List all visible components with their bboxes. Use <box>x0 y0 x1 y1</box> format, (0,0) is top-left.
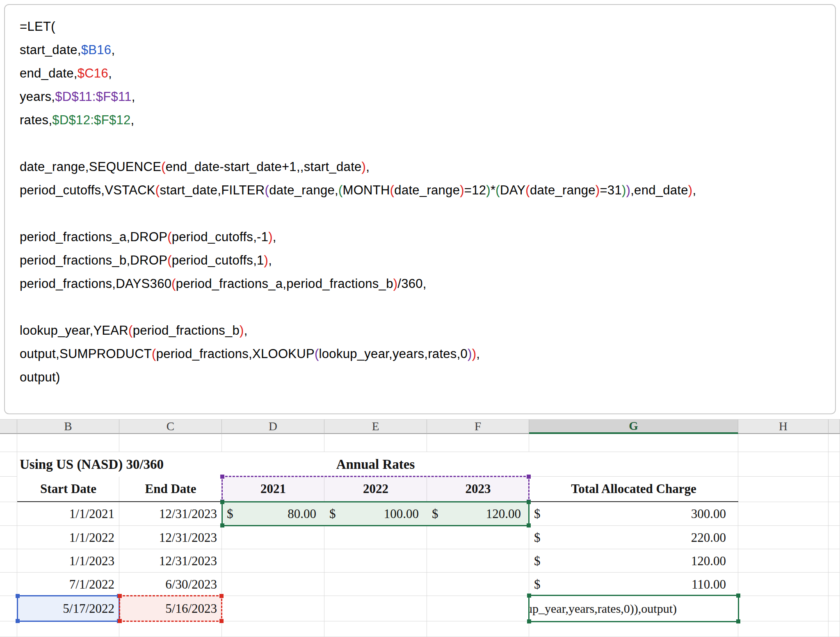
fill-handle[interactable] <box>220 500 224 504</box>
grid-cell[interactable] <box>829 526 840 549</box>
grid-cell[interactable] <box>427 596 529 621</box>
grid-cell[interactable] <box>0 477 17 502</box>
fill-handle[interactable] <box>736 594 740 598</box>
grid-cell[interactable] <box>222 573 324 596</box>
grid-cell[interactable] <box>0 573 17 596</box>
header-year-2021[interactable]: 2021 <box>222 477 324 502</box>
grid-cell[interactable] <box>738 526 829 549</box>
grid-cell[interactable] <box>738 434 829 452</box>
grid-cell[interactable] <box>829 549 840 573</box>
formula-line[interactable]: period_cutoffs,VSTACK(start_date,FILTER(… <box>20 178 830 202</box>
formula-line[interactable]: period_fractions,DAYS360(period_fraction… <box>20 272 830 295</box>
cell-f12[interactable]: $ 120.00 <box>427 502 529 526</box>
fill-handle[interactable] <box>736 619 740 623</box>
fill-handle[interactable] <box>527 619 531 623</box>
grid-cell[interactable] <box>17 621 119 637</box>
col-header-e[interactable]: E <box>324 419 427 434</box>
grid-cell[interactable] <box>222 596 324 621</box>
fill-handle[interactable] <box>527 523 531 527</box>
grid-cell[interactable] <box>829 596 840 621</box>
grid-cell[interactable] <box>222 621 324 637</box>
fill-handle[interactable] <box>527 594 531 598</box>
grid-cell[interactable] <box>738 502 829 526</box>
formula-line[interactable] <box>20 295 830 319</box>
fill-handle[interactable] <box>527 500 531 504</box>
formula-line[interactable]: date_range,SEQUENCE(end_date-start_date+… <box>20 155 830 178</box>
cell-b12[interactable]: 1/1/2021 <box>17 502 119 526</box>
grid-cell[interactable] <box>427 434 529 452</box>
grid-cell[interactable] <box>427 621 529 637</box>
fill-handle[interactable] <box>118 594 122 598</box>
annual-rates-title[interactable]: Annual Rates <box>222 452 529 477</box>
cell-c15[interactable]: 6/30/2023 <box>119 573 222 596</box>
grid-cell[interactable] <box>829 502 840 526</box>
formula-line[interactable]: output) <box>20 365 830 389</box>
grid-cell[interactable] <box>324 549 427 573</box>
formula-line[interactable] <box>20 132 830 155</box>
grid-cell[interactable] <box>324 573 427 596</box>
formula-line[interactable]: start_date,$B16, <box>20 38 830 62</box>
cell-c14[interactable]: 12/31/2023 <box>119 549 222 573</box>
grid-cell[interactable] <box>324 596 427 621</box>
grid-cell[interactable] <box>0 502 17 526</box>
cell-e12[interactable]: $ 100.00 <box>324 502 427 526</box>
grid-cell[interactable] <box>119 434 222 452</box>
grid-cell[interactable] <box>738 573 829 596</box>
cell-d12[interactable]: $ 80.00 <box>222 502 324 526</box>
header-total-allocated-charge[interactable]: Total Allocated Charge <box>529 477 738 502</box>
grid-cell[interactable] <box>738 477 829 502</box>
col-header-b[interactable]: B <box>17 419 119 434</box>
grid-cell[interactable] <box>324 621 427 637</box>
grid-cell[interactable] <box>324 434 427 452</box>
grid-cell[interactable] <box>738 549 829 573</box>
col-header-h[interactable]: H <box>738 419 829 434</box>
formula-line[interactable]: period_fractions_a,DROP(period_cutoffs,-… <box>20 225 830 249</box>
fill-handle[interactable] <box>16 594 20 598</box>
grid-cell[interactable] <box>0 549 17 573</box>
fill-handle[interactable] <box>220 475 224 479</box>
fill-handle[interactable] <box>219 594 224 598</box>
formula-line[interactable] <box>20 202 830 225</box>
grid-cell[interactable] <box>829 621 840 637</box>
formula-line[interactable]: end_date,$C16, <box>20 62 830 85</box>
cell-c13[interactable]: 12/31/2023 <box>119 526 222 549</box>
header-year-2023[interactable]: 2023 <box>427 477 529 502</box>
col-header-c[interactable]: C <box>119 419 222 434</box>
col-header-g-selected[interactable]: G <box>529 419 738 434</box>
grid-cell[interactable] <box>529 452 738 477</box>
grid-cell[interactable] <box>222 526 324 549</box>
grid-cell[interactable] <box>738 452 829 477</box>
grid-cell[interactable] <box>324 526 427 549</box>
fill-handle[interactable] <box>219 619 224 623</box>
col-header-f[interactable]: F <box>427 419 529 434</box>
cell-b15[interactable]: 7/1/2022 <box>17 573 119 596</box>
grid-cell[interactable] <box>427 573 529 596</box>
fill-handle[interactable] <box>16 619 20 623</box>
formula-line[interactable]: output,SUMPRODUCT(period_fractions,XLOOK… <box>20 342 830 365</box>
cell-c16-end-date[interactable]: 5/16/2023 <box>119 596 222 621</box>
grid-cell[interactable] <box>529 434 738 452</box>
fill-handle[interactable] <box>220 523 224 527</box>
header-end-date[interactable]: End Date <box>119 477 222 502</box>
grid-cell[interactable] <box>427 526 529 549</box>
formula-line[interactable]: =LET( <box>20 15 830 38</box>
formula-line[interactable]: lookup_year,YEAR(period_fractions_b), <box>20 319 830 342</box>
grid-cell[interactable] <box>829 477 840 502</box>
grid-cell[interactable] <box>0 621 17 637</box>
grid-cell[interactable] <box>427 549 529 573</box>
cell-c12[interactable]: 12/31/2023 <box>119 502 222 526</box>
grid-cell[interactable] <box>0 596 17 621</box>
fill-handle[interactable] <box>118 619 122 623</box>
cell-g12[interactable]: $ 300.00 <box>529 502 738 526</box>
grid-cell[interactable] <box>529 621 738 637</box>
cell-g16-formula-edit[interactable]: up_year,years,rates,0)),output) <box>529 596 738 621</box>
grid-cell[interactable] <box>0 434 17 452</box>
grid-cell[interactable] <box>0 452 17 477</box>
grid-cell[interactable] <box>17 434 119 452</box>
header-start-date[interactable]: Start Date <box>17 477 119 502</box>
grid-cell[interactable] <box>222 549 324 573</box>
cell-g14[interactable]: $ 120.00 <box>529 549 738 573</box>
grid-cell[interactable] <box>829 452 840 477</box>
grid-cell[interactable] <box>829 573 840 596</box>
cell-g13[interactable]: $ 220.00 <box>529 526 738 549</box>
